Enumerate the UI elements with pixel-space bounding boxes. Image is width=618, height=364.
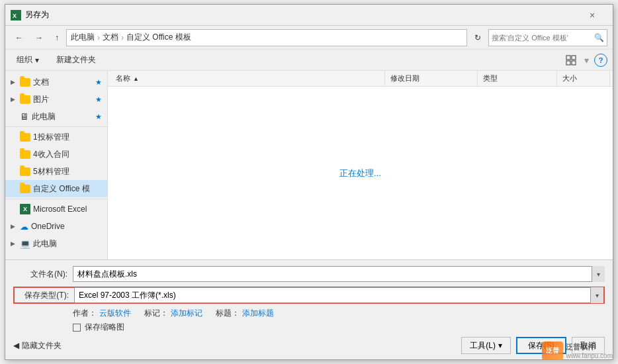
- sidebar-item-folder3[interactable]: 5材料管理: [5, 163, 107, 180]
- sidebar: ▶ 文档 ★ ▶ 图片 ★ 🖥 此电脑 ★: [5, 71, 108, 259]
- title-value[interactable]: 添加标题: [242, 308, 274, 319]
- pc-icon: 💻: [20, 239, 30, 249]
- organize-button[interactable]: 组织 ▾: [11, 52, 45, 68]
- watermark-url: www.fanpu.com: [566, 352, 613, 359]
- tags-item: 标记： 添加标记: [144, 308, 202, 319]
- folder-icon: [20, 185, 30, 193]
- file-list-body: 正在处理...: [108, 87, 613, 259]
- filetype-label: 保存类型(T):: [15, 290, 74, 301]
- col-header-size[interactable]: 大小: [557, 71, 610, 86]
- sidebar-item-documents[interactable]: ▶ 文档 ★: [5, 73, 107, 91]
- filetype-dropdown-arrow[interactable]: ▾: [590, 287, 603, 303]
- filename-input[interactable]: [73, 266, 605, 282]
- file-list-area: 名称 ▲ 修改日期 类型 大小 正在处理...: [108, 71, 613, 259]
- watermark: 泛普 泛普软件 www.fanpu.com: [542, 341, 613, 360]
- expand-arrow-icon: ▶: [11, 96, 17, 103]
- author-item: 作者： 云版软件: [73, 308, 131, 319]
- processing-text: 正在处理...: [339, 167, 381, 179]
- sidebar-item-label: 文档: [33, 77, 93, 88]
- sidebar-item-pc[interactable]: ▶ 💻 此电脑: [5, 235, 107, 252]
- pin-icon: ★: [95, 95, 102, 104]
- bottom-bar: ◀ 隐藏文件夹 工具(L) ▾ 保存(S) 取消: [13, 337, 605, 354]
- col-header-name[interactable]: 名称 ▲: [110, 71, 385, 86]
- breadcrumb-documents[interactable]: 文档: [103, 32, 118, 43]
- folder-icon: [20, 133, 30, 142]
- title-label: 标题：: [216, 308, 240, 319]
- author-value[interactable]: 云版软件: [99, 308, 131, 319]
- sidebar-item-label: 图片: [33, 94, 93, 105]
- svg-rect-3: [572, 56, 576, 60]
- sidebar-item-onedrive[interactable]: ▶ ☁ OneDrive: [5, 218, 107, 235]
- search-input[interactable]: [492, 34, 594, 42]
- folder-icon: [20, 150, 30, 159]
- breadcrumb-custom-office[interactable]: 自定义 Office 模板: [126, 32, 191, 43]
- sidebar-item-folder2[interactable]: 4收入合同: [5, 146, 107, 163]
- filename-dropdown-arrow[interactable]: ▾: [592, 266, 605, 282]
- thumbnail-row: 保存缩略图: [13, 322, 605, 333]
- sidebar-item-pictures[interactable]: ▶ 图片 ★: [5, 91, 107, 108]
- new-folder-button[interactable]: 新建文件夹: [50, 52, 102, 68]
- sort-icon: ▲: [133, 75, 139, 82]
- app-icon: X: [11, 10, 21, 21]
- monitor-icon: 🖥: [20, 111, 29, 122]
- svg-rect-5: [572, 61, 576, 65]
- sidebar-item-label: 4收入合同: [33, 149, 102, 160]
- expand-arrow-icon: ▶: [11, 223, 17, 230]
- filetype-row: 保存类型(T): ▾: [13, 287, 605, 304]
- save-as-dialog: X 另存为 × ← → ↑ 此电脑 › 文档 › 自定义 Office 模板 ↻…: [5, 4, 613, 360]
- watermark-text-group: 泛普软件 www.fanpu.com: [566, 342, 613, 359]
- pin-icon: ★: [95, 113, 102, 121]
- view-toggle-button[interactable]: [563, 52, 579, 68]
- close-button[interactable]: ×: [577, 5, 607, 26]
- help-button[interactable]: ?: [594, 54, 607, 67]
- sidebar-item-custom-office[interactable]: 自定义 Office 模: [5, 180, 107, 197]
- sidebar-item-excel[interactable]: X Microsoft Excel: [5, 201, 107, 218]
- up-button[interactable]: ↑: [50, 29, 64, 46]
- author-label: 作者：: [73, 308, 97, 319]
- pin-icon: ★: [95, 78, 102, 87]
- excel-icon: X: [20, 204, 30, 214]
- organize-arrow-icon: ▾: [35, 56, 39, 65]
- back-button[interactable]: ←: [11, 29, 28, 46]
- title-item: 标题： 添加标题: [216, 308, 274, 319]
- svg-text:X: X: [13, 13, 17, 19]
- refresh-button[interactable]: ↻: [470, 29, 486, 46]
- tags-value[interactable]: 添加标记: [171, 308, 202, 319]
- file-list-header: 名称 ▲ 修改日期 类型 大小: [108, 71, 613, 87]
- search-box[interactable]: 🔍: [488, 29, 607, 46]
- expand-arrow-icon: ▶: [11, 79, 17, 85]
- folder-icon: [20, 78, 30, 87]
- onedrive-icon: ☁: [20, 222, 28, 232]
- navigation-toolbar: ← → ↑ 此电脑 › 文档 › 自定义 Office 模板 ↻ 🔍: [5, 26, 613, 50]
- view-separator: ▾: [584, 55, 589, 66]
- metadata-row: 作者： 云版软件 标记： 添加标记 标题： 添加标题: [13, 308, 605, 319]
- sidebar-item-folder1[interactable]: 1投标管理: [5, 128, 107, 146]
- tools-arrow-icon: ▾: [498, 341, 502, 350]
- title-bar: X 另存为 ×: [5, 5, 613, 26]
- sidebar-item-label: 此电脑: [32, 111, 93, 122]
- sidebar-item-thispc-nav[interactable]: 🖥 此电脑 ★: [5, 108, 107, 125]
- folder-icon: [20, 167, 30, 176]
- tools-button[interactable]: 工具(L) ▾: [461, 337, 511, 354]
- action-bar: 组织 ▾ 新建文件夹 ▾ ?: [5, 50, 613, 71]
- forward-button[interactable]: →: [30, 29, 48, 46]
- dialog-title: 另存为: [25, 9, 577, 21]
- sidebar-item-label: 5材料管理: [33, 166, 102, 177]
- breadcrumb-sep-1: ›: [97, 33, 100, 42]
- breadcrumb-this-pc[interactable]: 此电脑: [71, 32, 95, 43]
- hide-folders-button[interactable]: ◀ 隐藏文件夹: [13, 340, 62, 351]
- watermark-brand: 泛普软件: [566, 342, 613, 352]
- thumbnail-checkbox[interactable]: [73, 324, 81, 332]
- sidebar-item-label: Microsoft Excel: [33, 205, 102, 214]
- filetype-input[interactable]: [74, 287, 603, 303]
- sidebar-item-label: 自定义 Office 模: [33, 183, 102, 195]
- tags-label: 标记：: [144, 308, 168, 319]
- filename-wrapper: ▾: [73, 266, 605, 282]
- filetype-wrapper: ▾: [74, 287, 603, 303]
- col-header-modified[interactable]: 修改日期: [385, 71, 478, 86]
- breadcrumb[interactable]: 此电脑 › 文档 › 自定义 Office 模板: [66, 29, 467, 46]
- sidebar-item-label: OneDrive: [31, 222, 102, 231]
- search-icon: 🔍: [594, 33, 604, 42]
- watermark-logo: 泛普: [542, 341, 563, 360]
- col-header-type[interactable]: 类型: [478, 71, 557, 86]
